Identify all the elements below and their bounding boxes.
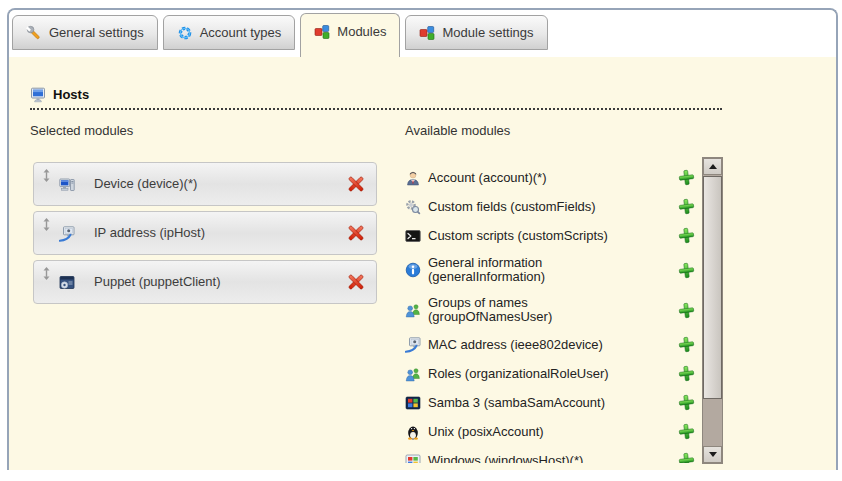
add-module-button[interactable] (678, 262, 695, 279)
available-module-customscripts: Custom scripts (customScripts) (405, 227, 701, 244)
tab-bar: General settings Account types Modules M… (9, 10, 836, 57)
delete-icon (346, 223, 366, 243)
settings-window: General settings Account types Modules M… (7, 8, 838, 470)
add-icon (678, 198, 695, 215)
module-label: Account (account)(*) (428, 171, 547, 185)
module-label: IP address (ipHost) (94, 212, 205, 254)
tab-label: Account types (200, 25, 282, 40)
selected-module-device[interactable]: Device (device)(*) (33, 162, 377, 206)
section-title: Hosts (53, 87, 89, 102)
network-icon (59, 226, 75, 242)
available-modules-heading: Available modules (405, 123, 510, 138)
module-label: Groups of names (groupOfNamesUser) (428, 296, 640, 324)
tab-account-types[interactable]: Account types (163, 15, 296, 50)
person-icon (405, 170, 421, 186)
scroll-down-button[interactable] (703, 446, 722, 463)
add-icon (678, 452, 695, 463)
drag-handle-icon[interactable] (42, 267, 51, 280)
modules-tab-panel: Hosts Selected modules Available modules… (9, 57, 836, 470)
selected-module-puppet[interactable]: Puppet (puppetClient) (33, 260, 377, 304)
available-module-ieee802device: MAC address (ieee802device) (405, 336, 701, 353)
gear-search-icon (405, 199, 421, 215)
selected-modules-heading: Selected modules (30, 123, 133, 138)
add-module-button[interactable] (678, 227, 695, 244)
samba-icon (405, 395, 421, 411)
scroll-up-button[interactable] (703, 158, 722, 175)
arrow-down-icon (709, 452, 717, 457)
add-icon (678, 169, 695, 186)
remove-module-button[interactable] (346, 174, 366, 194)
terminal-icon (405, 228, 421, 244)
group-icon (405, 302, 421, 318)
module-label: Custom scripts (customScripts) (428, 229, 608, 243)
add-icon (678, 394, 695, 411)
add-module-button[interactable] (678, 336, 695, 353)
add-module-button[interactable] (678, 302, 695, 319)
module-label: Samba 3 (sambaSamAccount) (428, 396, 605, 410)
add-icon (678, 262, 695, 279)
remove-module-button[interactable] (346, 272, 366, 292)
module-label: Device (device)(*) (94, 163, 197, 205)
add-icon (678, 423, 695, 440)
tux-icon (405, 424, 421, 440)
arrow-up-icon (709, 164, 717, 169)
available-module-roles: Roles (organizationalRoleUser) (405, 365, 701, 382)
info-icon (405, 262, 421, 278)
available-module-customfields: Custom fields (customFields) (405, 198, 701, 215)
network-icon (405, 337, 421, 353)
scrollbar-thumb[interactable] (703, 176, 722, 399)
selected-module-iphost[interactable]: IP address (ipHost) (33, 211, 377, 255)
modules-icon (419, 25, 435, 41)
monitor-icon (30, 87, 46, 103)
available-modules-list: Account (account)(*) Custom fields (cust… (405, 157, 701, 463)
remove-module-button[interactable] (346, 223, 366, 243)
computer-icon (59, 177, 75, 193)
delete-icon (346, 272, 366, 292)
group-icon (405, 366, 421, 382)
module-label: Roles (organizationalRoleUser) (428, 367, 609, 381)
available-module-account: Account (account)(*) (405, 169, 701, 186)
windows-icon (405, 453, 421, 464)
drag-handle-icon[interactable] (42, 169, 51, 182)
module-label: Custom fields (customFields) (428, 200, 596, 214)
available-modules-scrollbar[interactable] (702, 157, 723, 464)
tab-module-settings[interactable]: Module settings (405, 15, 547, 50)
modules-icon (314, 24, 330, 40)
drag-handle-icon[interactable] (42, 218, 51, 231)
add-module-button[interactable] (678, 452, 695, 463)
module-label: General information (generalInformation) (428, 256, 640, 284)
sync-icon (177, 25, 193, 41)
delete-icon (346, 174, 366, 194)
available-module-groupofnames: Groups of names (groupOfNamesUser) (405, 296, 701, 324)
add-icon (678, 227, 695, 244)
tab-label: Module settings (442, 25, 533, 40)
add-module-button[interactable] (678, 198, 695, 215)
add-icon (678, 336, 695, 353)
tab-general-settings[interactable]: General settings (12, 15, 158, 50)
module-label: Puppet (puppetClient) (94, 261, 220, 303)
tab-label: General settings (49, 25, 144, 40)
tab-modules[interactable]: Modules (300, 13, 400, 57)
available-module-windows: Windows (windowsHost)(*) (405, 452, 701, 463)
tab-label: Modules (337, 24, 386, 39)
wrench-icon (26, 25, 42, 41)
add-module-button[interactable] (678, 394, 695, 411)
module-label: MAC address (ieee802device) (428, 338, 603, 352)
add-icon (678, 365, 695, 382)
add-module-button[interactable] (678, 169, 695, 186)
module-label: Unix (posixAccount) (428, 425, 544, 439)
puppet-icon (59, 275, 75, 291)
available-module-unix: Unix (posixAccount) (405, 423, 701, 440)
add-module-button[interactable] (678, 423, 695, 440)
hosts-section-header: Hosts (30, 86, 722, 110)
available-module-samba3: Samba 3 (sambaSamAccount) (405, 394, 701, 411)
available-module-generalinformation: General information (generalInformation) (405, 256, 701, 284)
module-label: Windows (windowsHost)(*) (428, 454, 583, 464)
selected-modules-list: Device (device)(*) IP address (ipHost) (33, 162, 377, 309)
add-icon (678, 302, 695, 319)
add-module-button[interactable] (678, 365, 695, 382)
